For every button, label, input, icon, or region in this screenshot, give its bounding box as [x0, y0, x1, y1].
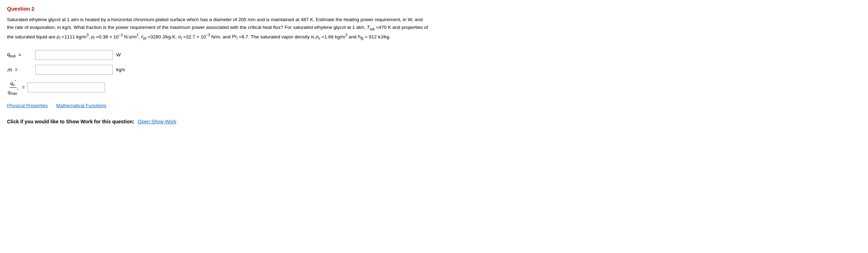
- fraction-numerator: qs″: [10, 80, 17, 88]
- m-dot-symbol: ṁ: [7, 67, 12, 73]
- links-section: Physical Properties Mathematical Functio…: [7, 103, 861, 108]
- q-boil-unit: W: [116, 52, 121, 57]
- fraction-symbol: qs″ qmax″: [7, 80, 19, 95]
- m-dot-eq: =: [15, 67, 18, 73]
- fraction-row: qs″ qmax″ =: [7, 80, 861, 95]
- open-show-work-link[interactable]: Open Show Work: [138, 119, 176, 124]
- question-title: Question 2: [7, 6, 861, 12]
- m-dot-row: ṁ = kg/s: [7, 65, 861, 75]
- show-work-section: Click if you would like to Show Work for…: [7, 119, 861, 124]
- show-work-label: Click if you would like to Show Work for…: [7, 119, 134, 124]
- q-boil-eq: =: [18, 52, 21, 58]
- q-boil-symbol: qboil: [7, 51, 16, 58]
- q-boil-input[interactable]: [35, 50, 113, 60]
- fraction-input[interactable]: [27, 82, 105, 92]
- fraction-eq: =: [22, 85, 25, 90]
- m-dot-input[interactable]: [35, 65, 113, 75]
- answers-section: qboil = W ṁ = kg/s qs″ qmax″ =: [7, 50, 861, 95]
- m-dot-label: ṁ =: [7, 67, 35, 73]
- question-body: Saturated ethylene glycol at 1 atm is he…: [7, 16, 430, 42]
- m-dot-unit: kg/s: [116, 67, 125, 72]
- fraction-denominator: qmax″: [7, 88, 19, 95]
- mathematical-functions-link[interactable]: Mathematical Functions: [56, 103, 106, 108]
- physical-properties-link[interactable]: Physical Properties: [7, 103, 48, 108]
- q-boil-label: qboil =: [7, 51, 35, 58]
- q-boil-row: qboil = W: [7, 50, 861, 60]
